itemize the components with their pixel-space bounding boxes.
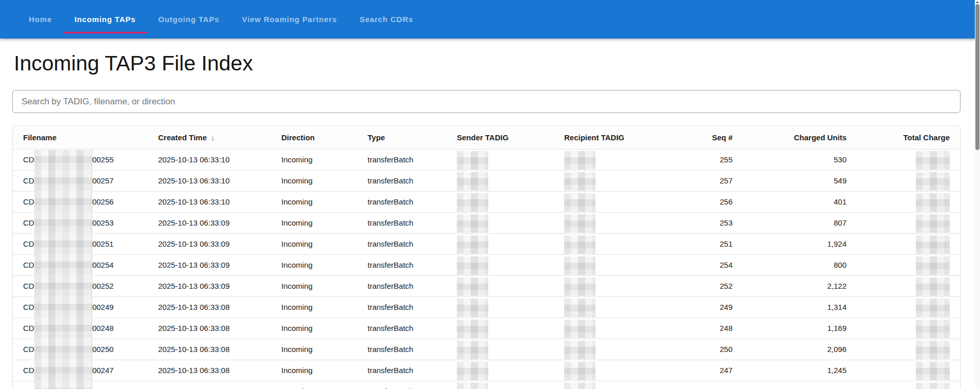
scrollbar-up-arrow-icon[interactable] — [976, 1, 979, 3]
vertical-scrollbar[interactable] — [975, 0, 980, 389]
tap-file-table: Filename Created Time↓ Direction Type Se… — [13, 126, 960, 389]
total-charge-cell — [855, 318, 960, 339]
sender-tadig-cell — [449, 212, 556, 233]
sender-tadig-redacted-blur — [457, 214, 488, 233]
column-header-type[interactable]: Type — [359, 126, 449, 149]
filename-cell: CD00246 — [13, 381, 150, 389]
filename-redacted-blur — [34, 213, 92, 234]
charged-units-cell: 401 — [741, 191, 855, 212]
column-header-sender-tadig[interactable]: Sender TADIG — [449, 126, 556, 149]
created-time-cell: 2025-10-13 06:33:09 — [150, 275, 273, 297]
total-charge-cell — [855, 233, 960, 254]
type-cell: transferBatch — [359, 149, 449, 170]
scrollbar-thumb[interactable] — [975, 4, 979, 150]
total-charge-redacted-blur — [916, 299, 950, 317]
recipient-tadig-cell — [556, 275, 648, 297]
filename-prefix: CD — [23, 197, 34, 206]
filename-prefix: CD — [23, 366, 34, 375]
filename-prefix: CD — [23, 176, 34, 185]
table-row: CD00251 2025-10-13 06:33:09 Incoming tra… — [13, 233, 960, 254]
column-header-seq[interactable]: Seq # — [648, 126, 741, 149]
direction-cell: Incoming — [273, 275, 359, 297]
filename-redacted-blur — [34, 298, 92, 319]
column-header-total-charge[interactable]: Total Charge — [855, 126, 960, 149]
table-body: CD00255 2025-10-13 06:33:10 Incoming tra… — [13, 149, 960, 389]
recipient-tadig-redacted-blur — [564, 383, 595, 389]
nav-tab-outgoing-taps[interactable]: Outgoing TAPs — [147, 0, 230, 39]
recipient-tadig-redacted-blur — [564, 193, 595, 212]
created-time-cell: 2025-10-13 06:33:09 — [150, 233, 273, 254]
charged-units-cell: 1,924 — [741, 233, 855, 254]
filename-suffix: 00255 — [92, 155, 114, 164]
charged-units-cell: 1,165 — [741, 381, 855, 389]
charged-units-cell: 530 — [741, 149, 855, 170]
filename-redacted-blur — [34, 361, 92, 382]
table-row: CD00246 2025-10-13 06:33:07 Incoming tra… — [13, 381, 960, 389]
nav-tab-incoming-taps[interactable]: Incoming TAPs — [63, 0, 147, 39]
total-charge-redacted-blur — [916, 341, 950, 359]
type-cell: transferBatch — [359, 339, 449, 360]
seq-cell: 254 — [648, 254, 741, 275]
filename-cell: CD00254 — [13, 254, 150, 275]
filename-cell: CD00255 — [13, 149, 150, 170]
recipient-tadig-redacted-blur — [564, 235, 595, 254]
nav-tab-view-roaming-partners[interactable]: View Roaming Partners — [230, 0, 348, 39]
top-navbar: Home Incoming TAPs Outgoing TAPs View Ro… — [0, 0, 980, 39]
filename-cell: CD00253 — [13, 212, 150, 233]
recipient-tadig-cell — [556, 318, 648, 339]
sender-tadig-cell — [449, 339, 556, 360]
page-content: Incoming TAP3 File Index Filename Create… — [0, 50, 980, 389]
type-cell: transferBatch — [359, 254, 449, 275]
table-row: CD00256 2025-10-13 06:33:10 Incoming tra… — [13, 191, 960, 212]
total-charge-redacted-blur — [916, 256, 950, 275]
sender-tadig-redacted-blur — [457, 383, 488, 389]
recipient-tadig-cell — [556, 149, 648, 170]
sender-tadig-redacted-blur — [457, 172, 488, 191]
type-cell: transferBatch — [359, 318, 449, 339]
tap-file-table-card: Filename Created Time↓ Direction Type Se… — [12, 125, 960, 389]
direction-cell: Incoming — [273, 360, 359, 381]
column-header-recipient-tadig[interactable]: Recipient TADIG — [556, 126, 648, 149]
search-bar — [12, 90, 960, 113]
nav-tab-search-cdrs[interactable]: Search CDRs — [348, 0, 424, 39]
sort-descending-icon[interactable]: ↓ — [211, 133, 215, 142]
column-header-charged-units[interactable]: Charged Units — [741, 126, 855, 149]
seq-cell: 247 — [648, 360, 741, 381]
filename-redacted-blur — [34, 340, 92, 361]
sender-tadig-redacted-blur — [457, 151, 488, 170]
seq-cell: 252 — [648, 275, 741, 297]
sender-tadig-cell — [449, 297, 556, 318]
sender-tadig-redacted-blur — [457, 256, 488, 275]
search-input[interactable] — [12, 90, 960, 113]
recipient-tadig-cell — [556, 233, 648, 254]
sender-tadig-cell — [449, 275, 556, 297]
filename-prefix: CD — [23, 282, 34, 290]
filename-prefix: CD — [23, 261, 34, 269]
filename-cell: CD00252 — [13, 275, 150, 297]
filename-prefix: CD — [23, 324, 34, 332]
type-cell: transferBatch — [359, 381, 449, 389]
sender-tadig-cell — [449, 170, 556, 191]
charged-units-cell: 1,245 — [741, 360, 855, 381]
total-charge-cell — [855, 275, 960, 297]
table-row: CD00252 2025-10-13 06:33:09 Incoming tra… — [13, 275, 960, 297]
recipient-tadig-redacted-blur — [564, 277, 595, 296]
page-title: Incoming TAP3 File Index — [14, 50, 960, 77]
direction-cell: Incoming — [273, 381, 359, 389]
direction-cell: Incoming — [273, 233, 359, 254]
direction-cell: Incoming — [273, 318, 359, 339]
nav-tab-home[interactable]: Home — [17, 0, 63, 39]
seq-cell: 256 — [648, 191, 741, 212]
seq-cell: 249 — [648, 297, 741, 318]
total-charge-redacted-blur — [916, 172, 950, 191]
direction-cell: Incoming — [273, 212, 359, 233]
type-cell: transferBatch — [359, 170, 449, 191]
charged-units-cell: 1,169 — [741, 318, 855, 339]
column-header-filename[interactable]: Filename — [13, 126, 150, 149]
charged-units-cell: 807 — [741, 212, 855, 233]
recipient-tadig-redacted-blur — [564, 299, 595, 317]
charged-units-cell: 1,314 — [741, 297, 855, 318]
direction-cell: Incoming — [273, 254, 359, 275]
column-header-direction[interactable]: Direction — [273, 126, 359, 149]
column-header-created-time[interactable]: Created Time↓ — [150, 126, 273, 149]
